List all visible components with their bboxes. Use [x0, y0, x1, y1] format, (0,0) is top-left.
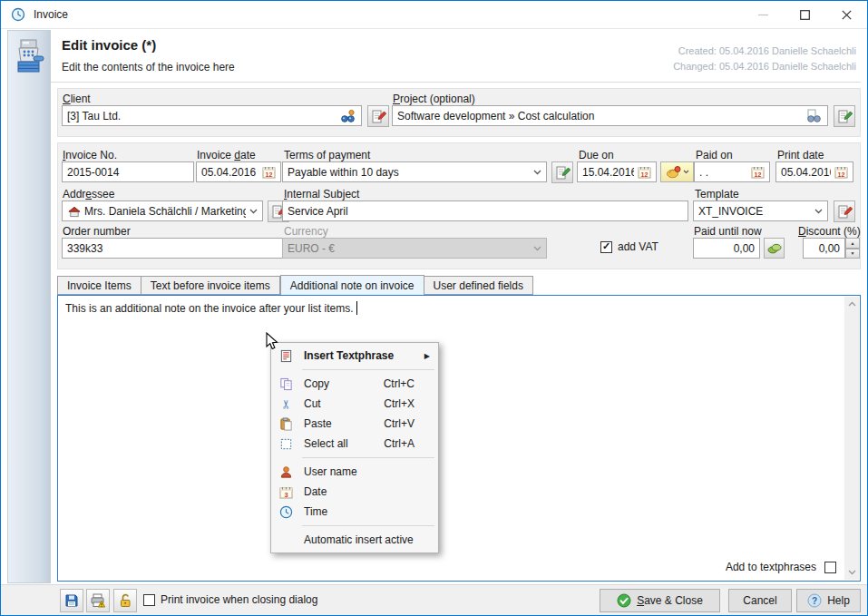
- due-on-field[interactable]: 15.04.2016 12: [577, 161, 657, 182]
- menu-item-copy[interactable]: Copy Ctrl+C: [273, 374, 436, 394]
- close-icon: [842, 10, 852, 20]
- terms-combobox[interactable]: Payable within 10 days: [282, 161, 547, 182]
- menu-separator: [302, 457, 434, 458]
- cancel-button[interactable]: Cancel: [728, 589, 792, 612]
- menu-separator: [302, 525, 434, 526]
- payment-reminder-button[interactable]: [660, 161, 694, 182]
- tab-text-before-invoice-items[interactable]: Text before invoice items: [141, 276, 280, 295]
- print-preview-button[interactable]: [86, 589, 110, 612]
- addressee-combobox[interactable]: Mrs. Daniela Schälchli / Marketing (: [62, 200, 263, 221]
- save-button[interactable]: [60, 589, 83, 612]
- help-label: Help: [827, 594, 850, 607]
- print-date-field[interactable]: 05.04.2016 12: [775, 161, 853, 182]
- tab-additional-note-on-invoice[interactable]: Additional note on invoice: [280, 275, 424, 295]
- project-search-icon[interactable]: [805, 109, 823, 123]
- help-button[interactable]: ? Help: [796, 589, 861, 612]
- maximize-button[interactable]: [784, 1, 825, 28]
- tab-label: Text before invoice items: [151, 279, 270, 292]
- minimize-icon: [758, 10, 768, 20]
- menu-item-label: Time: [304, 505, 327, 518]
- scroll-down-icon[interactable]: [844, 565, 859, 580]
- calendar-icon[interactable]: 12: [262, 165, 276, 179]
- tab-user-defined-fields[interactable]: User defined fields: [424, 276, 533, 295]
- paid-until-now-label: Paid until now: [694, 225, 762, 238]
- invoice-no-value: 2015-0014: [67, 166, 189, 179]
- add-to-textphrases-checkbox[interactable]: [824, 562, 836, 573]
- menu-item-label: Date: [304, 485, 327, 498]
- print-date-label: Print date: [777, 149, 824, 161]
- invoice-no-field[interactable]: 2015-0014: [62, 161, 194, 182]
- svg-text:12: 12: [641, 171, 649, 178]
- tab-invoice-items[interactable]: Invoice Items: [57, 276, 141, 295]
- add-to-textphrases-control[interactable]: Add to textphrases: [726, 561, 836, 573]
- client-field[interactable]: [3] Tau Ltd.: [62, 105, 362, 126]
- paid-on-field[interactable]: . . 12: [694, 161, 770, 182]
- unlock-button[interactable]: [113, 589, 137, 612]
- edit-note-red-icon: [837, 204, 853, 220]
- page-subtitle: Edit the contents of the invoice here: [62, 61, 235, 73]
- changed-info: Changed: 05.04.2016 Danielle Schaelchli: [673, 59, 856, 74]
- vertical-scrollbar[interactable]: [844, 297, 859, 580]
- close-button[interactable]: [825, 1, 867, 28]
- cash-register-icon: [14, 38, 44, 74]
- paid-until-now-money-button[interactable]: [764, 238, 785, 259]
- order-number-label: Order number: [63, 225, 131, 238]
- menu-item-cut[interactable]: ✂ Cut Ctrl+X: [273, 394, 436, 414]
- mouse-cursor: [266, 332, 280, 352]
- add-vat-checkbox[interactable]: add VAT: [600, 240, 658, 253]
- calendar-icon[interactable]: 12: [638, 165, 651, 179]
- paste-icon: [275, 417, 297, 431]
- menu-item-shortcut: Ctrl+A: [384, 437, 414, 450]
- spin-up-icon[interactable]: ▲: [845, 238, 860, 249]
- client-edit-button[interactable]: [367, 105, 389, 127]
- discount-field[interactable]: 0,00: [803, 238, 845, 259]
- print-when-closing-checkbox[interactable]: Print invoice when closing dialog: [143, 593, 317, 606]
- client-label: Client: [63, 93, 91, 105]
- menu-item-select-all[interactable]: Select all Ctrl+A: [273, 434, 436, 454]
- additional-note-textarea[interactable]: This is an additional note on the invoic…: [57, 295, 861, 582]
- chevron-down-icon: [249, 209, 258, 214]
- discount-spinner[interactable]: ▲ ▼: [845, 238, 860, 259]
- menu-item-shortcut: Ctrl+C: [384, 377, 414, 390]
- menu-item-automatic-insert-active[interactable]: Automatic insert active: [273, 530, 436, 550]
- terms-value: Payable within 10 days: [288, 166, 530, 179]
- paid-until-now-field[interactable]: 0,00: [693, 238, 760, 259]
- project-edit-button[interactable]: [834, 105, 855, 127]
- chevron-down-icon: [533, 246, 541, 251]
- menu-item-date[interactable]: 3 Date: [273, 482, 436, 502]
- template-edit-button[interactable]: [834, 200, 855, 222]
- terms-edit-button[interactable]: [551, 161, 573, 183]
- internal-subject-field[interactable]: Service April: [282, 200, 688, 221]
- floppy-disk-icon: [64, 593, 79, 608]
- calendar-icon[interactable]: 12: [751, 165, 765, 179]
- calendar-icon[interactable]: 12: [834, 165, 848, 179]
- menu-item-label: Automatic insert active: [304, 533, 414, 546]
- scroll-up-icon[interactable]: [844, 297, 859, 311]
- project-label: Project (optional): [393, 93, 475, 105]
- menu-item-user-name[interactable]: User name: [273, 462, 436, 482]
- minimize-button[interactable]: [742, 1, 784, 28]
- menu-item-shortcut: Ctrl+X: [384, 397, 414, 410]
- project-field[interactable]: Software development » Cost calculation: [392, 105, 828, 126]
- menu-item-paste[interactable]: Paste Ctrl+V: [273, 414, 436, 434]
- menu-item-time[interactable]: Time: [273, 502, 436, 522]
- calendar-icon: 3: [275, 485, 297, 499]
- menu-item-label: Select all: [304, 437, 348, 450]
- audit-info: Created: 05.04.2016 Danielle Schaelchli …: [673, 44, 856, 74]
- client-search-icon[interactable]: [339, 109, 356, 123]
- save-and-close-button[interactable]: Save & Close: [600, 589, 720, 612]
- titlebar[interactable]: Invoice: [1, 1, 867, 29]
- invoice-date-value: 05.04.2016: [201, 166, 258, 179]
- submenu-arrow-icon: ▶: [424, 352, 430, 360]
- template-combobox[interactable]: XT_INVOICE: [693, 200, 828, 221]
- edit-note-red-icon: [371, 109, 386, 124]
- due-on-label: Due on: [579, 149, 614, 161]
- spin-down-icon[interactable]: ▼: [845, 249, 860, 259]
- invoice-date-field[interactable]: 05.04.2016 12: [196, 161, 281, 182]
- discount-value: 0,00: [808, 242, 840, 255]
- svg-text:12: 12: [838, 171, 845, 178]
- text-caret: [356, 301, 357, 315]
- clock-app-icon: [11, 7, 25, 22]
- menu-item-insert-textphrase[interactable]: Insert Textphrase ▶: [273, 346, 436, 366]
- order-number-field[interactable]: 339k33: [62, 238, 285, 259]
